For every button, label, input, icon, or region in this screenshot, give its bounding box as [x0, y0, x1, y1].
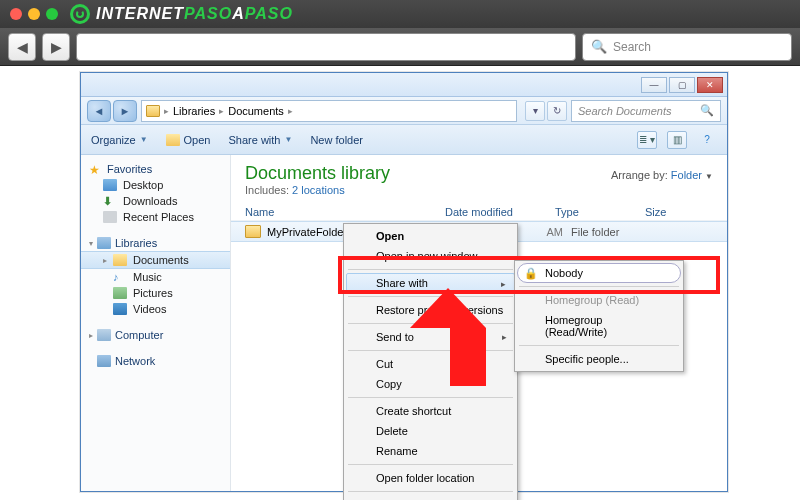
- row-type: File folder: [571, 226, 661, 238]
- sidebar-item-computer[interactable]: ▸Computer: [81, 327, 230, 343]
- ctx-create-shortcut[interactable]: Create shortcut: [346, 401, 515, 421]
- explorer-search-placeholder: Search Documents: [578, 105, 672, 117]
- explorer-toolbar: Organize▼ Open Share with▼ New folder ≣ …: [81, 125, 727, 155]
- submenu-homegroup-rw[interactable]: Homegroup (Read/Write): [517, 310, 681, 342]
- chevron-right-icon: ▸: [502, 332, 507, 342]
- minimize-dot[interactable]: [28, 8, 40, 20]
- logo-part-4: PASO: [245, 5, 293, 22]
- organize-menu[interactable]: Organize▼: [91, 134, 148, 146]
- sidebar-item-recent[interactable]: Recent Places: [81, 209, 230, 225]
- logo-part-3: A: [232, 5, 245, 22]
- pictures-icon: [113, 287, 127, 299]
- ctx-open-new-window[interactable]: Open in new window: [346, 246, 515, 266]
- breadcrumb-current[interactable]: Documents: [228, 105, 284, 117]
- ctx-delete[interactable]: Delete: [346, 421, 515, 441]
- sidebar-favorites-header[interactable]: ★Favorites: [81, 161, 230, 177]
- submenu-nobody[interactable]: 🔒Nobody: [517, 263, 681, 283]
- sidebar-item-pictures[interactable]: ▸Pictures: [81, 285, 230, 301]
- ctx-share-with[interactable]: Share with▸: [346, 273, 515, 293]
- column-name[interactable]: Name: [245, 206, 445, 218]
- refresh-button[interactable]: ↻: [547, 101, 567, 121]
- share-with-menu[interactable]: Share with▼: [228, 134, 292, 146]
- preview-pane-button[interactable]: ▥: [667, 131, 687, 149]
- sidebar-item-downloads[interactable]: ⬇Downloads: [81, 193, 230, 209]
- submenu-specific-people[interactable]: Specific people...: [517, 349, 681, 369]
- logo-text: INTERNETPASOAPASO: [96, 5, 293, 23]
- url-input[interactable]: [76, 33, 576, 61]
- close-dot[interactable]: [10, 8, 22, 20]
- logo-swirl-icon: [70, 4, 90, 24]
- chevron-right-icon: ▸: [288, 106, 293, 116]
- window-controls-mac: [10, 8, 58, 20]
- new-folder-button[interactable]: New folder: [310, 134, 363, 146]
- folder-icon: [146, 105, 160, 117]
- library-subtitle: Includes: 2 locations: [245, 184, 713, 196]
- search-icon: 🔍: [591, 39, 607, 54]
- logo-part-2: PASO: [184, 5, 232, 22]
- chevron-right-icon: ▸: [89, 331, 93, 340]
- browser-search-input[interactable]: 🔍 Search: [582, 33, 792, 61]
- ctx-properties[interactable]: Properties: [346, 495, 515, 500]
- search-icon: 🔍: [700, 104, 714, 117]
- explorer-navbar: ◄ ► ▸ Libraries ▸ Documents ▸ ▾ ↻ Search…: [81, 97, 727, 125]
- videos-icon: [113, 303, 127, 315]
- open-button[interactable]: Open: [166, 134, 211, 146]
- arrange-by[interactable]: Arrange by: Folder ▼: [611, 169, 713, 181]
- chevron-down-icon: ▾: [89, 239, 93, 248]
- sidebar-item-desktop[interactable]: Desktop: [81, 177, 230, 193]
- desktop-icon: [103, 179, 117, 191]
- ctx-copy[interactable]: Copy: [346, 374, 515, 394]
- column-type[interactable]: Type: [555, 206, 645, 218]
- explorer-search-input[interactable]: Search Documents 🔍: [571, 100, 721, 122]
- forward-button[interactable]: ▶: [42, 33, 70, 61]
- lock-icon: 🔒: [524, 267, 538, 280]
- close-button[interactable]: ✕: [697, 77, 723, 93]
- column-size[interactable]: Size: [645, 206, 695, 218]
- explorer-back-button[interactable]: ◄: [87, 100, 111, 122]
- sidebar-item-music[interactable]: ▸♪Music: [81, 269, 230, 285]
- browser-toolbar: ◀ ▶ 🔍 Search: [0, 28, 800, 66]
- star-icon: ★: [89, 163, 103, 175]
- breadcrumb-root[interactable]: Libraries: [173, 105, 215, 117]
- column-headers[interactable]: Name Date modified Type Size: [231, 202, 727, 221]
- back-button[interactable]: ◀: [8, 33, 36, 61]
- maximize-button[interactable]: ▢: [669, 77, 695, 93]
- view-options-button[interactable]: ≣ ▾: [637, 131, 657, 149]
- computer-icon: [97, 329, 111, 341]
- network-icon: [97, 355, 111, 367]
- browser-search-placeholder: Search: [613, 40, 651, 54]
- ctx-rename[interactable]: Rename: [346, 441, 515, 461]
- sidebar-libraries-header[interactable]: ▾Libraries: [81, 235, 230, 251]
- chevron-right-icon: ▸: [501, 279, 506, 289]
- sidebar-item-network[interactable]: ▸Network: [81, 353, 230, 369]
- minimize-button[interactable]: —: [641, 77, 667, 93]
- ctx-restore-versions[interactable]: Restore previous versions: [346, 300, 515, 320]
- sidebar-item-documents[interactable]: ▸Documents: [81, 251, 230, 269]
- ctx-open-folder-location[interactable]: Open folder location: [346, 468, 515, 488]
- breadcrumb-dropdown-button[interactable]: ▾: [525, 101, 545, 121]
- logo-part-1: INTERNET: [96, 5, 184, 22]
- site-logo: INTERNETPASOAPASO: [70, 4, 293, 24]
- documents-icon: [113, 254, 127, 266]
- submenu-homegroup-read[interactable]: Homegroup (Read): [517, 290, 681, 310]
- locations-link[interactable]: 2 locations: [292, 184, 345, 196]
- sidebar-item-videos[interactable]: ▸Videos: [81, 301, 230, 317]
- chevron-right-icon: ▸: [103, 256, 107, 265]
- folder-icon: [166, 134, 180, 146]
- ctx-open[interactable]: Open: [346, 226, 515, 246]
- explorer-forward-button[interactable]: ►: [113, 100, 137, 122]
- explorer-titlebar: — ▢ ✕: [81, 73, 727, 97]
- column-modified[interactable]: Date modified: [445, 206, 555, 218]
- maximize-dot[interactable]: [46, 8, 58, 20]
- recent-icon: [103, 211, 117, 223]
- browser-titlebar: INTERNETPASOAPASO: [0, 0, 800, 28]
- breadcrumb[interactable]: ▸ Libraries ▸ Documents ▸: [141, 100, 517, 122]
- share-with-submenu: 🔒Nobody Homegroup (Read) Homegroup (Read…: [514, 260, 684, 372]
- music-icon: ♪: [113, 271, 127, 283]
- chevron-right-icon: ▸: [164, 106, 169, 116]
- chevron-right-icon: ▸: [219, 106, 224, 116]
- ctx-cut[interactable]: Cut: [346, 354, 515, 374]
- help-button[interactable]: ?: [697, 131, 717, 149]
- ctx-send-to[interactable]: Send to▸: [346, 327, 515, 347]
- explorer-sidebar: ★Favorites Desktop ⬇Downloads Recent Pla…: [81, 155, 231, 491]
